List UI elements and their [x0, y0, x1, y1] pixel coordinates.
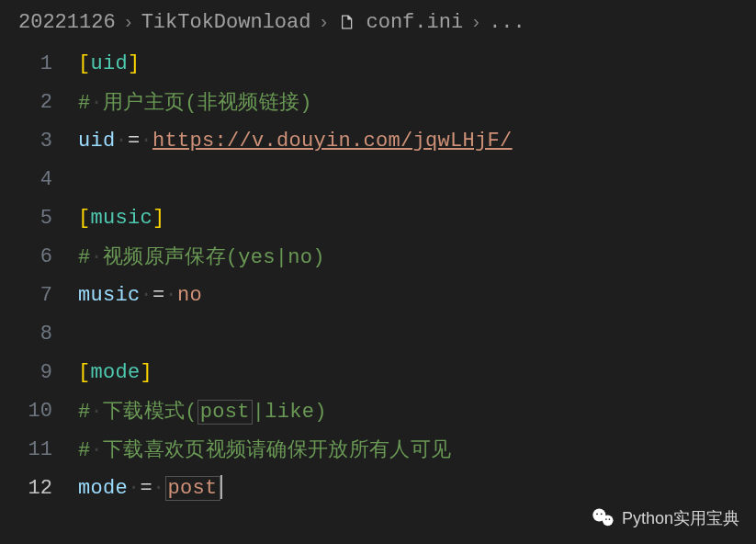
- line-number: 12: [0, 477, 78, 500]
- svg-point-4: [605, 518, 607, 520]
- code-line[interactable]: 2 #·用户主页(非视频链接): [0, 83, 756, 121]
- breadcrumb-item-file[interactable]: conf.ini: [367, 11, 464, 34]
- svg-point-1: [603, 516, 614, 527]
- code-line[interactable]: 5 [music]: [0, 198, 756, 237]
- code-line[interactable]: 6 #·视频原声保存(yes|no): [0, 237, 756, 276]
- breadcrumb-item-more[interactable]: ...: [489, 11, 525, 34]
- line-number: 8: [0, 323, 78, 346]
- code-content: [uid]: [78, 52, 756, 75]
- watermark-text: Python实用宝典: [622, 507, 739, 529]
- code-content: music·=·no: [78, 284, 756, 307]
- code-line[interactable]: 10 #·下载模式(post|like): [0, 391, 756, 430]
- code-line[interactable]: 12 mode·=·post: [0, 469, 756, 507]
- chevron-right-icon: ›: [123, 12, 134, 33]
- code-content: [music]: [78, 207, 756, 230]
- code-content: #·下载喜欢页视频请确保开放所有人可见: [78, 436, 756, 463]
- code-content: #·视频原声保存(yes|no): [78, 243, 756, 270]
- code-line[interactable]: 4: [0, 160, 756, 198]
- text-cursor: [220, 475, 222, 499]
- breadcrumb-item-project[interactable]: TikTokDownload: [141, 11, 311, 34]
- code-content: uid·=·https://v.douyin.com/jqwLHjF/: [78, 130, 756, 153]
- code-line[interactable]: 9 [mode]: [0, 353, 756, 391]
- code-content: [mode]: [78, 361, 756, 384]
- line-number: 11: [0, 438, 78, 461]
- code-content: #·用户主页(非视频链接): [78, 88, 756, 116]
- line-number: 1: [0, 52, 78, 75]
- line-number: 9: [0, 361, 78, 384]
- code-line[interactable]: 11 #·下载喜欢页视频请确保开放所有人可见: [0, 430, 756, 469]
- line-number: 10: [0, 400, 78, 423]
- breadcrumb[interactable]: 20221126 › TikTokDownload › conf.ini › .…: [0, 0, 756, 44]
- line-number: 3: [0, 130, 78, 153]
- breadcrumb-item-folder[interactable]: 20221126: [18, 11, 116, 34]
- code-line[interactable]: 3 uid·=·https://v.douyin.com/jqwLHjF/: [0, 121, 756, 160]
- line-number: 4: [0, 168, 78, 191]
- code-content: #·下载模式(post|like): [78, 397, 756, 425]
- svg-point-5: [609, 518, 611, 520]
- code-line[interactable]: 1 [uid]: [0, 44, 756, 83]
- svg-point-2: [596, 513, 598, 515]
- file-icon: [337, 13, 355, 31]
- code-editor[interactable]: 1 [uid] 2 #·用户主页(非视频链接) 3 uid·=·https://…: [0, 44, 756, 507]
- line-number: 6: [0, 245, 78, 268]
- svg-point-3: [601, 513, 603, 515]
- line-number: 2: [0, 91, 78, 114]
- chevron-right-icon: ›: [318, 12, 329, 33]
- code-line[interactable]: 7 music·=·no: [0, 276, 756, 314]
- code-content: mode·=·post: [78, 475, 756, 502]
- code-line[interactable]: 8: [0, 314, 756, 353]
- chevron-right-icon: ›: [470, 12, 481, 33]
- wechat-icon: [591, 505, 616, 531]
- line-number: 7: [0, 284, 78, 307]
- line-number: 5: [0, 207, 78, 230]
- watermark: Python实用宝典: [591, 505, 739, 531]
